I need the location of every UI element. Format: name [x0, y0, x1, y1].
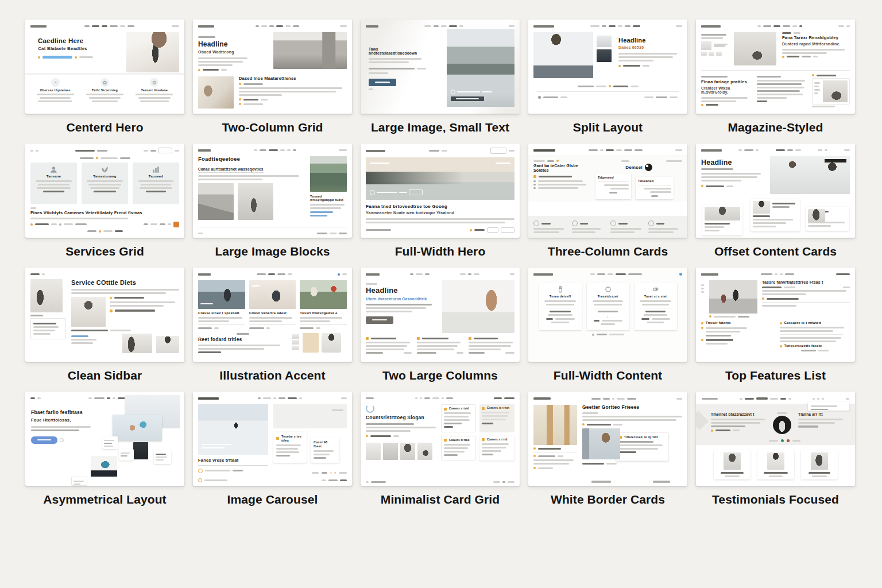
carousel-prev-icon[interactable]: ‹: [330, 470, 332, 475]
thumb-testimonials-focused[interactable]: Tmennet btazzrazzavt t Tlanna arr rtt: [696, 392, 855, 486]
grid-card[interactable]: Cowers is t ttet: [479, 404, 514, 432]
testimonial-card[interactable]: [714, 450, 751, 479]
template-label: Two Large Columns: [361, 369, 520, 382]
card-photo: [823, 80, 848, 102]
logo-placeholder: [366, 273, 380, 276]
list-row: [239, 103, 347, 105]
thumb-large-image-blocks[interactable]: Foadtteqeetoee Canae aurttsatttsnot wass…: [193, 144, 352, 238]
text-column: [366, 337, 412, 354]
card-photo: [808, 209, 825, 222]
logo-placeholder: [30, 25, 47, 28]
feature-section: Reet fodard tritles: [198, 333, 347, 355]
search-pill[interactable]: [808, 402, 849, 411]
list-heading: Tsnssersszetts fasete: [784, 344, 822, 348]
bullet-dot: [780, 345, 782, 347]
grid-card[interactable]: Cawers ti ttad: [441, 436, 476, 461]
thumb-two-column-grid[interactable]: Headline Obaed Wadtteong Dased Inoe Maat…: [193, 20, 352, 114]
card-title: Cawers s tstd: [449, 407, 469, 411]
thumb-top-features-list[interactable]: Tassre fanvrtlatetttrres Ftsas t Tnsser …: [696, 268, 855, 362]
chart-icon: [152, 166, 160, 173]
testimonial-card[interactable]: [757, 450, 794, 479]
grid-card[interactable]: Cawers s t ttd: [479, 436, 514, 461]
feature-icon: ✿: [100, 78, 109, 87]
dot-green[interactable]: [781, 439, 784, 442]
thumb-illustration-accent[interactable]: Crasse stoec t spsksatt Citasn vanertre …: [193, 268, 352, 362]
thumb-offset-content-cards[interactable]: Headline: [696, 144, 855, 238]
thumb-white-border-cards[interactable]: Geetter Gortteo Frieees Titterecssed, te…: [528, 392, 687, 486]
story-column: [757, 74, 807, 109]
footer-row: [366, 227, 514, 233]
bullet-square: [276, 437, 279, 440]
bullet-square: [444, 439, 447, 442]
bullet-ring: [198, 478, 202, 482]
mini-subheadline: Utazn dvasenturtw Gasnnddttrtk: [366, 297, 438, 301]
footer-row: [30, 222, 179, 227]
thumb-full-width-content[interactable]: Tssea detssff Trexetdzszet ↓: [528, 268, 687, 362]
mini-navbar: [198, 396, 347, 401]
list-heading: Tnsser fatents: [706, 321, 731, 325]
carousel-section: Fanes vrese trftaat Tesebe s tvs ttfeq: [198, 404, 347, 473]
columns-row: Crasse stoec t spsksatt Citasn vanertre …: [198, 280, 347, 329]
slide-heading: Fanes vrese trftaat: [198, 458, 268, 466]
thumb-minimalist-card-grid[interactable]: Countsristrttoeg Slogan Cawe: [361, 392, 520, 486]
carousel-photo[interactable]: [198, 404, 268, 455]
side-strip: [701, 280, 705, 318]
testimonial-card[interactable]: [801, 450, 838, 479]
thumb-large-image-small-text[interactable]: Taws bndtestelaaedtisuedoown: [361, 20, 520, 114]
bullet-square: [417, 337, 420, 340]
thumb-three-column-cards[interactable]: Gant ba teCater Glsbe Soldtes Demsel: [528, 144, 687, 238]
play-icon: [370, 190, 375, 195]
dot-icon: [59, 223, 61, 226]
mini-headline: Headline: [366, 287, 438, 295]
feature-list: Cassaere ts t mtwtett Tsnssersszetts fas…: [780, 321, 850, 351]
grid-card[interactable]: Cawers s tstd: [441, 404, 476, 432]
bullet-dot: [239, 83, 241, 85]
mini-card: [812, 78, 850, 105]
mini-navbar: [198, 272, 347, 277]
story-heading: Finaa fariaqe prattles: [701, 80, 752, 85]
thumb-split-layout[interactable]: Headline Danez 66536: [528, 20, 687, 114]
bullet-dot: [99, 230, 101, 233]
bullet-dot: [701, 322, 703, 324]
logo-placeholder: [198, 25, 214, 28]
bullet-ring: [198, 469, 203, 473]
thumb-services-grid[interactable]: Tanvane Tamastusneg Tauseed Fines Vticht…: [25, 144, 184, 238]
template-label: Asymmetrical Layout: [25, 493, 184, 506]
column-photo: [198, 280, 245, 309]
bullet-dot: [239, 103, 241, 105]
mini-headline: Tassre fanvrtlatetttrres Ftsas t: [762, 280, 850, 285]
thumb-clean-sidebar[interactable]: Service COtttle Diets: [25, 268, 184, 362]
mini-headline: Service COtttle Diets: [71, 279, 179, 287]
testimonial-cards: [696, 445, 855, 485]
mini-navbar: [533, 272, 682, 277]
carousel-card[interactable]: Casst 98 fbest: [311, 438, 339, 463]
card-title: Cawers ti ttad: [449, 439, 470, 442]
thumb-image-carousel[interactable]: Fanes vrese trftaat Tesebe s tvs ttfeq: [193, 392, 352, 486]
template-label: Magazine-Styled: [696, 121, 855, 134]
overlap-card[interactable]: Titterecssed, te dj rtdtt: [616, 432, 668, 461]
side-panel: Tesebe s tvs ttfeq Casst 98 fbest ‹ ›: [273, 404, 347, 473]
section-heading: Gant ba teCater Glsbe Soldtes: [533, 164, 591, 173]
thumb-full-width-hero[interactable]: Fanna tned brtoveedtrse toe Goong Yanmea…: [361, 144, 520, 238]
lead-subheading: Dusterd raped Mtttforsndine.: [782, 42, 850, 47]
list-heading: Cassaere ts t mtwtett: [784, 321, 822, 325]
mini-subheadline: Obaed Wadtteong: [198, 50, 269, 55]
thumb-asymmetrical-layout[interactable]: Fbaet farlio fesfbtass Foue Hterttolosas…: [25, 392, 184, 486]
column-heading: Tossrr tttarsdgedsa e: [300, 311, 347, 315]
feature-icon: [648, 220, 654, 226]
hero-section: Headline: [701, 156, 850, 194]
carousel-next-icon[interactable]: ›: [334, 470, 336, 475]
thumb-centered-hero[interactable]: Caedline Here Cat Blataete Beadtles ◔ Ob…: [25, 20, 184, 114]
mini-navbar: [366, 148, 514, 154]
carousel-card[interactable]: Tesebe s tvs ttfeq: [273, 432, 307, 463]
column-heading: Crasse stoec t spsksatt: [198, 311, 245, 315]
feature-list: Gant ba teCater Glsbe Soldtes: [533, 164, 591, 199]
thumb-magazine-styled[interactable]: Fana Tarexr Renaldgobley Dusterd raped M…: [696, 20, 855, 114]
hero-photo: [126, 32, 179, 72]
dot-red[interactable]: [787, 439, 790, 442]
arrow-down-icon: ↓: [590, 314, 626, 318]
article-column: Tossrr tttarsdgedsa e: [300, 280, 347, 329]
logo-placeholder: [533, 149, 555, 152]
form-row: [369, 68, 427, 69]
thumb-two-large-columns[interactable]: Headline Utazn dvasenturtw Gasnnddttrtk: [361, 268, 520, 362]
